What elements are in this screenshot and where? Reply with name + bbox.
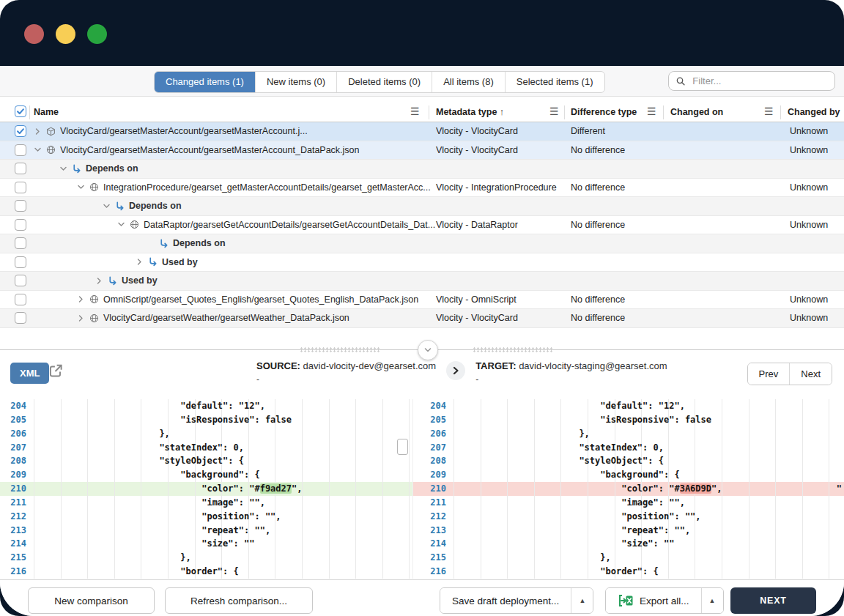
- panel-splitter[interactable]: [0, 349, 844, 350]
- table-row[interactable]: VlocityCard/gearsetWeather/gearsetWeathe…: [0, 309, 844, 328]
- table-row[interactable]: Used by: [0, 272, 844, 291]
- item-name-cell: IntegrationProcedure/gearset_getMasterAc…: [77, 179, 431, 197]
- column-header-changed-by[interactable]: Changed by: [788, 107, 840, 117]
- export-all-button[interactable]: Export all...: [606, 588, 701, 613]
- target-item-name: -: [475, 374, 667, 385]
- row-checkbox[interactable]: [15, 294, 26, 305]
- refresh-comparison-button[interactable]: Refresh comparison...: [165, 587, 313, 614]
- column-menu-icon[interactable]: ☰: [647, 105, 656, 117]
- tree-toggle[interactable]: [136, 258, 144, 266]
- next-step-button[interactable]: NEXT: [730, 587, 816, 614]
- select-all-checkbox[interactable]: [15, 105, 26, 117]
- save-draft-deployment-button[interactable]: Save draft deployment...: [440, 588, 571, 613]
- table-row[interactable]: DataRaptor/gearsetGetAccountDetails/gear…: [0, 216, 844, 235]
- prev-difference-button[interactable]: Prev: [748, 363, 790, 385]
- column-header-changed-on[interactable]: Changed on: [670, 107, 723, 117]
- row-checkbox[interactable]: [15, 275, 26, 286]
- column-menu-icon[interactable]: ☰: [549, 105, 559, 117]
- column-header-metadata-type[interactable]: Metadata type ↑: [436, 107, 504, 117]
- line-number: 210: [0, 482, 32, 496]
- scrollbar-thumb[interactable]: [397, 439, 408, 455]
- tree-toggle[interactable]: [34, 127, 42, 136]
- diff-line: 206},: [0, 427, 412, 441]
- line-number: 214: [0, 537, 32, 551]
- line-number: 212: [413, 510, 452, 524]
- new-comparison-button[interactable]: New comparison: [28, 587, 155, 614]
- target-username: david-vlocity-staging@gearset.com: [519, 360, 667, 371]
- tab-selected-items[interactable]: Selected items (1): [505, 72, 604, 92]
- row-checkbox[interactable]: [15, 200, 26, 212]
- tree-toggle[interactable]: [34, 146, 42, 154]
- line-number: 211: [413, 496, 452, 510]
- tab-new-items[interactable]: New items (0): [255, 72, 336, 92]
- splitter-grip[interactable]: [300, 347, 381, 352]
- line-number: 216: [0, 565, 32, 579]
- code-text: "repeat": "",: [32, 524, 270, 538]
- save-draft-dropdown-button[interactable]: ▲: [571, 588, 593, 613]
- code-text: "position": "",: [32, 510, 281, 524]
- close-window-button[interactable]: [24, 24, 44, 44]
- minimize-window-button[interactable]: [56, 24, 75, 44]
- xml-mode-button[interactable]: XML: [10, 363, 49, 384]
- filter-box[interactable]: [668, 71, 835, 91]
- dependency-arrow-icon: [72, 164, 81, 174]
- share-button[interactable]: [47, 363, 64, 382]
- row-checkbox[interactable]: [15, 256, 26, 268]
- table-row[interactable]: Used by: [0, 253, 844, 272]
- tree-toggle[interactable]: [117, 220, 125, 229]
- diff-line: 207"stateIndex": 0,: [0, 441, 412, 455]
- splitter-grip[interactable]: [473, 347, 554, 352]
- code-text: "isResponsive": false: [452, 413, 711, 427]
- tree-toggle[interactable]: [77, 183, 85, 191]
- table-row[interactable]: Depends on: [0, 160, 844, 179]
- tree-toggle[interactable]: [59, 165, 67, 173]
- table-row[interactable]: Depends on: [0, 234, 844, 253]
- column-menu-icon[interactable]: ☰: [764, 105, 774, 117]
- line-number: 206: [0, 427, 32, 441]
- column-menu-icon[interactable]: ☰: [410, 105, 420, 117]
- line-number: 204: [413, 399, 452, 413]
- table-row[interactable]: VlocityCard/gearsetMasterAccount/gearset…: [0, 122, 844, 141]
- datapack-icon: [89, 313, 99, 323]
- line-number: 214: [413, 537, 452, 551]
- source-target-header: SOURCE: david-vlocity-dev@gearset.com - …: [256, 360, 667, 385]
- tab-deleted-items[interactable]: Deleted items (0): [336, 72, 432, 92]
- table-row[interactable]: OmniScript/gearset_Quotes_English/gearse…: [0, 291, 844, 310]
- column-header-name[interactable]: Name: [34, 107, 59, 117]
- difference-type-cell: No difference: [571, 294, 625, 305]
- datapack-icon: [89, 294, 99, 304]
- tree-toggle[interactable]: [103, 202, 111, 210]
- tree-toggle[interactable]: [95, 277, 103, 285]
- line-number: 205: [413, 413, 452, 427]
- row-checkbox[interactable]: [15, 182, 26, 193]
- collapse-diff-button[interactable]: [418, 340, 438, 360]
- row-checkbox[interactable]: [15, 144, 26, 156]
- tree-toggle[interactable]: [77, 314, 85, 322]
- changed-by-cell: Unknown: [790, 294, 828, 305]
- row-checkbox[interactable]: [15, 312, 26, 324]
- next-difference-button[interactable]: Next: [789, 363, 832, 385]
- code-text: "stateIndex": 0,: [32, 441, 244, 455]
- item-name-cell: OmniScript/gearset_Quotes_English/gearse…: [77, 291, 418, 309]
- row-checkbox[interactable]: [15, 125, 26, 137]
- filter-input[interactable]: [691, 75, 827, 87]
- column-header-difference-type[interactable]: Difference type: [571, 107, 637, 117]
- diff-line: 215},: [0, 551, 412, 565]
- table-row[interactable]: IntegrationProcedure/gearset_getMasterAc…: [0, 179, 844, 198]
- row-checkbox[interactable]: [15, 237, 26, 249]
- row-checkbox[interactable]: [15, 219, 26, 231]
- chevron-down-icon: [59, 165, 67, 173]
- diff-line: 211"image": "",: [0, 496, 412, 510]
- chevron-right-icon: [95, 277, 103, 285]
- code-text: "background": {: [32, 468, 260, 482]
- table-row[interactable]: Depends on: [0, 197, 844, 216]
- tab-all-items[interactable]: All items (8): [432, 72, 505, 92]
- export-dropdown-button[interactable]: ▲: [701, 588, 723, 613]
- row-checkbox[interactable]: [15, 163, 26, 174]
- table-row[interactable]: VlocityCard/gearsetMasterAccount/gearset…: [0, 141, 844, 160]
- tree-toggle[interactable]: [77, 295, 85, 303]
- diff-line: 204"default": "12",: [0, 399, 412, 413]
- metadata-type-cell: Vlocity - VlocityCard: [436, 126, 518, 136]
- tab-changed-items[interactable]: Changed items (1): [155, 72, 255, 92]
- maximize-window-button[interactable]: [87, 24, 107, 44]
